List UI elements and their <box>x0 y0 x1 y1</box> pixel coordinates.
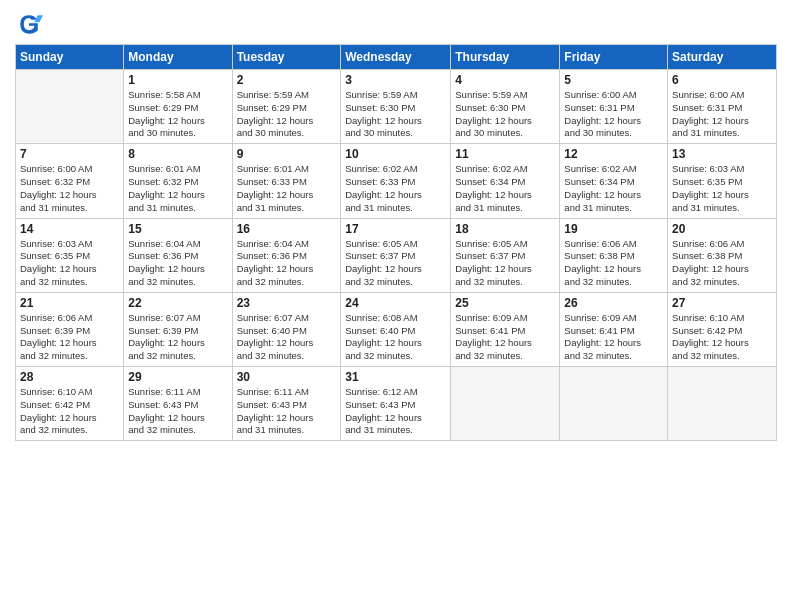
day-number: 12 <box>564 147 663 161</box>
calendar-cell: 24Sunrise: 6:08 AM Sunset: 6:40 PM Dayli… <box>341 292 451 366</box>
day-info: Sunrise: 6:10 AM Sunset: 6:42 PM Dayligh… <box>672 312 772 363</box>
calendar-cell: 15Sunrise: 6:04 AM Sunset: 6:36 PM Dayli… <box>124 218 232 292</box>
logo <box>15 10 47 38</box>
day-number: 25 <box>455 296 555 310</box>
calendar-week-row: 14Sunrise: 6:03 AM Sunset: 6:35 PM Dayli… <box>16 218 777 292</box>
day-number: 23 <box>237 296 337 310</box>
calendar-week-row: 1Sunrise: 5:58 AM Sunset: 6:29 PM Daylig… <box>16 70 777 144</box>
calendar-cell: 19Sunrise: 6:06 AM Sunset: 6:38 PM Dayli… <box>560 218 668 292</box>
day-number: 14 <box>20 222 119 236</box>
day-number: 29 <box>128 370 227 384</box>
calendar-header-tuesday: Tuesday <box>232 45 341 70</box>
day-info: Sunrise: 6:09 AM Sunset: 6:41 PM Dayligh… <box>455 312 555 363</box>
day-number: 11 <box>455 147 555 161</box>
calendar-cell <box>560 367 668 441</box>
calendar-cell: 5Sunrise: 6:00 AM Sunset: 6:31 PM Daylig… <box>560 70 668 144</box>
calendar-cell: 26Sunrise: 6:09 AM Sunset: 6:41 PM Dayli… <box>560 292 668 366</box>
day-info: Sunrise: 6:10 AM Sunset: 6:42 PM Dayligh… <box>20 386 119 437</box>
calendar-cell: 22Sunrise: 6:07 AM Sunset: 6:39 PM Dayli… <box>124 292 232 366</box>
day-number: 9 <box>237 147 337 161</box>
day-info: Sunrise: 6:08 AM Sunset: 6:40 PM Dayligh… <box>345 312 446 363</box>
calendar-cell: 14Sunrise: 6:03 AM Sunset: 6:35 PM Dayli… <box>16 218 124 292</box>
calendar-cell: 10Sunrise: 6:02 AM Sunset: 6:33 PM Dayli… <box>341 144 451 218</box>
day-number: 19 <box>564 222 663 236</box>
day-number: 20 <box>672 222 772 236</box>
day-number: 30 <box>237 370 337 384</box>
day-number: 26 <box>564 296 663 310</box>
calendar-cell: 31Sunrise: 6:12 AM Sunset: 6:43 PM Dayli… <box>341 367 451 441</box>
day-info: Sunrise: 6:01 AM Sunset: 6:33 PM Dayligh… <box>237 163 337 214</box>
calendar-week-row: 21Sunrise: 6:06 AM Sunset: 6:39 PM Dayli… <box>16 292 777 366</box>
day-number: 7 <box>20 147 119 161</box>
day-info: Sunrise: 6:06 AM Sunset: 6:38 PM Dayligh… <box>564 238 663 289</box>
day-info: Sunrise: 6:02 AM Sunset: 6:33 PM Dayligh… <box>345 163 446 214</box>
day-number: 2 <box>237 73 337 87</box>
calendar-cell: 13Sunrise: 6:03 AM Sunset: 6:35 PM Dayli… <box>668 144 777 218</box>
calendar-cell: 7Sunrise: 6:00 AM Sunset: 6:32 PM Daylig… <box>16 144 124 218</box>
calendar-header-monday: Monday <box>124 45 232 70</box>
calendar-cell: 11Sunrise: 6:02 AM Sunset: 6:34 PM Dayli… <box>451 144 560 218</box>
calendar-cell <box>16 70 124 144</box>
calendar-cell <box>451 367 560 441</box>
day-info: Sunrise: 5:59 AM Sunset: 6:29 PM Dayligh… <box>237 89 337 140</box>
day-number: 6 <box>672 73 772 87</box>
calendar-cell: 2Sunrise: 5:59 AM Sunset: 6:29 PM Daylig… <box>232 70 341 144</box>
day-number: 10 <box>345 147 446 161</box>
day-number: 17 <box>345 222 446 236</box>
day-info: Sunrise: 6:05 AM Sunset: 6:37 PM Dayligh… <box>455 238 555 289</box>
day-info: Sunrise: 6:00 AM Sunset: 6:31 PM Dayligh… <box>564 89 663 140</box>
calendar-cell: 17Sunrise: 6:05 AM Sunset: 6:37 PM Dayli… <box>341 218 451 292</box>
day-info: Sunrise: 5:59 AM Sunset: 6:30 PM Dayligh… <box>345 89 446 140</box>
page: SundayMondayTuesdayWednesdayThursdayFrid… <box>0 0 792 612</box>
calendar-cell: 12Sunrise: 6:02 AM Sunset: 6:34 PM Dayli… <box>560 144 668 218</box>
calendar-cell <box>668 367 777 441</box>
calendar-cell: 29Sunrise: 6:11 AM Sunset: 6:43 PM Dayli… <box>124 367 232 441</box>
calendar-table: SundayMondayTuesdayWednesdayThursdayFrid… <box>15 44 777 441</box>
header <box>15 10 777 38</box>
calendar-cell: 23Sunrise: 6:07 AM Sunset: 6:40 PM Dayli… <box>232 292 341 366</box>
calendar-week-row: 7Sunrise: 6:00 AM Sunset: 6:32 PM Daylig… <box>16 144 777 218</box>
day-number: 13 <box>672 147 772 161</box>
calendar-cell: 6Sunrise: 6:00 AM Sunset: 6:31 PM Daylig… <box>668 70 777 144</box>
day-number: 3 <box>345 73 446 87</box>
day-info: Sunrise: 6:06 AM Sunset: 6:39 PM Dayligh… <box>20 312 119 363</box>
day-info: Sunrise: 6:04 AM Sunset: 6:36 PM Dayligh… <box>128 238 227 289</box>
calendar-cell: 3Sunrise: 5:59 AM Sunset: 6:30 PM Daylig… <box>341 70 451 144</box>
day-number: 5 <box>564 73 663 87</box>
day-info: Sunrise: 6:06 AM Sunset: 6:38 PM Dayligh… <box>672 238 772 289</box>
day-number: 24 <box>345 296 446 310</box>
day-number: 1 <box>128 73 227 87</box>
calendar-cell: 8Sunrise: 6:01 AM Sunset: 6:32 PM Daylig… <box>124 144 232 218</box>
calendar-cell: 21Sunrise: 6:06 AM Sunset: 6:39 PM Dayli… <box>16 292 124 366</box>
calendar-cell: 27Sunrise: 6:10 AM Sunset: 6:42 PM Dayli… <box>668 292 777 366</box>
day-info: Sunrise: 6:07 AM Sunset: 6:40 PM Dayligh… <box>237 312 337 363</box>
day-info: Sunrise: 5:58 AM Sunset: 6:29 PM Dayligh… <box>128 89 227 140</box>
calendar-header-thursday: Thursday <box>451 45 560 70</box>
day-info: Sunrise: 6:11 AM Sunset: 6:43 PM Dayligh… <box>237 386 337 437</box>
day-info: Sunrise: 6:04 AM Sunset: 6:36 PM Dayligh… <box>237 238 337 289</box>
day-info: Sunrise: 6:07 AM Sunset: 6:39 PM Dayligh… <box>128 312 227 363</box>
day-number: 8 <box>128 147 227 161</box>
calendar-cell: 20Sunrise: 6:06 AM Sunset: 6:38 PM Dayli… <box>668 218 777 292</box>
day-info: Sunrise: 6:01 AM Sunset: 6:32 PM Dayligh… <box>128 163 227 214</box>
day-number: 27 <box>672 296 772 310</box>
day-info: Sunrise: 6:03 AM Sunset: 6:35 PM Dayligh… <box>672 163 772 214</box>
calendar-cell: 28Sunrise: 6:10 AM Sunset: 6:42 PM Dayli… <box>16 367 124 441</box>
calendar-header-row: SundayMondayTuesdayWednesdayThursdayFrid… <box>16 45 777 70</box>
day-info: Sunrise: 6:02 AM Sunset: 6:34 PM Dayligh… <box>564 163 663 214</box>
day-info: Sunrise: 6:12 AM Sunset: 6:43 PM Dayligh… <box>345 386 446 437</box>
day-number: 28 <box>20 370 119 384</box>
calendar-header-sunday: Sunday <box>16 45 124 70</box>
day-number: 16 <box>237 222 337 236</box>
calendar-cell: 4Sunrise: 5:59 AM Sunset: 6:30 PM Daylig… <box>451 70 560 144</box>
day-number: 18 <box>455 222 555 236</box>
day-number: 22 <box>128 296 227 310</box>
day-number: 4 <box>455 73 555 87</box>
day-number: 31 <box>345 370 446 384</box>
day-info: Sunrise: 6:00 AM Sunset: 6:32 PM Dayligh… <box>20 163 119 214</box>
day-info: Sunrise: 6:03 AM Sunset: 6:35 PM Dayligh… <box>20 238 119 289</box>
day-info: Sunrise: 6:05 AM Sunset: 6:37 PM Dayligh… <box>345 238 446 289</box>
day-number: 15 <box>128 222 227 236</box>
calendar-header-friday: Friday <box>560 45 668 70</box>
calendar-cell: 30Sunrise: 6:11 AM Sunset: 6:43 PM Dayli… <box>232 367 341 441</box>
